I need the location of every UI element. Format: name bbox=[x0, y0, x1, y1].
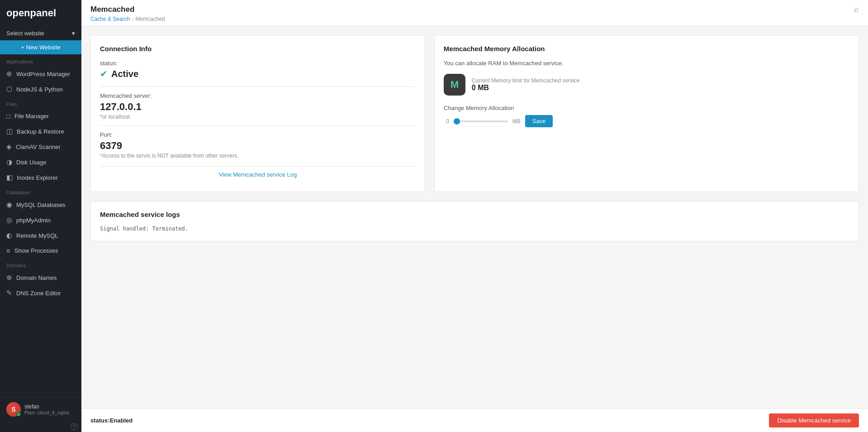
memory-service-row: M Current Memory limit for Memcached ser… bbox=[444, 74, 849, 96]
domain-names-label: Domain Names bbox=[16, 274, 57, 281]
user-plan: Plan: cloud_4_nginx bbox=[24, 410, 69, 415]
sidebar-item-domain-names[interactable]: ⊕ Domain Names bbox=[0, 270, 81, 285]
backup-restore-label: Backup & Restore bbox=[17, 128, 64, 135]
log-content: Signal handled: Terminated. bbox=[100, 226, 849, 232]
mysql-icon: ◉ bbox=[6, 201, 12, 209]
sidebar-item-inodes-explorer[interactable]: ◧ Inodes Explorer bbox=[0, 170, 81, 185]
select-website-label: Select website bbox=[6, 30, 44, 37]
memory-allocation-title: Memcached Memory Allocation bbox=[444, 45, 849, 53]
chevron-down-icon: ▾ bbox=[72, 30, 75, 37]
status-label: status: bbox=[100, 60, 416, 67]
sidebar-item-nodejs-python[interactable]: ⬡ NodeJS & Python bbox=[0, 82, 81, 97]
main-content: Memcached ⌕ Cache & Search › Memcached C… bbox=[81, 0, 868, 432]
current-limit-value: 0 MB bbox=[472, 84, 580, 92]
show-processes-label: Show Processes bbox=[14, 247, 58, 254]
sidebar-item-phpmyadmin[interactable]: ◎ phpMyAdmin bbox=[0, 212, 81, 228]
username: stefan bbox=[24, 403, 69, 410]
memory-allocation-panel: Memcached Memory Allocation You can allo… bbox=[434, 35, 859, 192]
sidebar-item-wordpress-manager[interactable]: ⊕ WordPress Manager bbox=[0, 66, 81, 82]
active-check-icon: ✔ bbox=[100, 68, 108, 79]
sidebar-item-clamav-scanner[interactable]: ◈ ClamAV Scanner bbox=[0, 139, 81, 154]
save-button[interactable]: Save bbox=[525, 115, 553, 127]
sidebar-user: S stefan Plan: cloud_4_nginx bbox=[0, 397, 81, 421]
server-label: Memcached server: bbox=[100, 92, 416, 99]
applications-section-label: Applications bbox=[0, 54, 81, 66]
wordpress-icon: ⊕ bbox=[6, 70, 12, 78]
databases-section-label: Databases bbox=[0, 185, 81, 197]
sidebar-item-disk-usage[interactable]: ◑ Disk Usage bbox=[0, 154, 81, 170]
divider-1 bbox=[100, 86, 416, 87]
sidebar-item-mysql-databases[interactable]: ◉ MySQL Databases bbox=[0, 197, 81, 212]
select-website-dropdown[interactable]: Select website ▾ bbox=[0, 26, 81, 40]
file-manager-icon: □ bbox=[6, 112, 10, 120]
dns-icon: ✎ bbox=[6, 289, 12, 297]
memory-slider[interactable] bbox=[454, 120, 508, 122]
domain-icon: ⊕ bbox=[6, 274, 12, 282]
footer: status:Enabled Disable Memcached service bbox=[81, 408, 868, 432]
disk-usage-label: Disk Usage bbox=[16, 159, 46, 166]
memcached-icon: M bbox=[444, 74, 465, 96]
backup-icon: ◫ bbox=[6, 127, 13, 135]
top-header: Memcached ⌕ Cache & Search › Memcached bbox=[81, 0, 868, 26]
sidebar-item-show-processes[interactable]: ≡ Show Processes bbox=[0, 243, 81, 258]
sidebar: openpanel Select website ▾ + New Website… bbox=[0, 0, 81, 432]
sidebar-item-file-manager[interactable]: □ File Manager bbox=[0, 109, 81, 124]
sidebar-item-backup-restore[interactable]: ◫ Backup & Restore bbox=[0, 124, 81, 139]
server-note: *or localhost bbox=[100, 114, 416, 120]
clamav-scanner-label: ClamAV Scanner bbox=[16, 144, 61, 150]
sidebar-item-remote-mysql[interactable]: ◐ Remote MySQL bbox=[0, 228, 81, 243]
page-title-row: Memcached ⌕ bbox=[90, 5, 859, 14]
phpmyadmin-label: phpMyAdmin bbox=[16, 217, 51, 224]
disk-icon: ◑ bbox=[6, 158, 12, 166]
connection-info-title: Connection Info bbox=[100, 45, 416, 53]
clamav-icon: ◈ bbox=[6, 143, 12, 151]
remote-mysql-label: Remote MySQL bbox=[16, 232, 58, 239]
content-area: Connection Info status: ✔ Active Memcach… bbox=[81, 26, 868, 408]
nodejs-python-label: NodeJS & Python bbox=[16, 86, 63, 93]
breadcrumb-separator: › bbox=[132, 16, 133, 22]
processes-icon: ≡ bbox=[6, 247, 10, 254]
footer-status: status:Enabled bbox=[90, 417, 133, 424]
mysql-databases-label: MySQL Databases bbox=[16, 202, 66, 208]
divider-2 bbox=[100, 125, 416, 126]
change-alloc-label: Change Memory Allocation bbox=[444, 105, 849, 111]
footer-status-prefix: status: bbox=[90, 417, 110, 424]
search-icon[interactable]: ⌕ bbox=[854, 5, 859, 14]
port-label: Port: bbox=[100, 131, 416, 138]
port-value: 6379 bbox=[100, 140, 416, 152]
status-row: ✔ Active bbox=[100, 68, 416, 79]
inodes-icon: ◧ bbox=[6, 173, 13, 182]
sidebar-logo: openpanel bbox=[0, 0, 81, 26]
slider-row: 0 MB Save bbox=[444, 115, 849, 127]
sidebar-item-dns-zone-editor[interactable]: ✎ DNS Zone Editor bbox=[0, 285, 81, 301]
disable-memcached-button[interactable]: Disable Memcached service bbox=[769, 413, 859, 427]
breadcrumb: Cache & Search › Memcached bbox=[90, 14, 859, 26]
avatar: S bbox=[6, 402, 21, 417]
wordpress-manager-label: WordPress Manager bbox=[16, 71, 70, 77]
remote-mysql-icon: ◐ bbox=[6, 231, 12, 240]
mb-label: MB bbox=[512, 118, 521, 125]
footer-status-value: Enabled bbox=[110, 417, 133, 424]
nodejs-icon: ⬡ bbox=[6, 85, 12, 93]
status-value: Active bbox=[111, 69, 138, 79]
file-manager-label: File Manager bbox=[14, 113, 49, 120]
dns-zone-editor-label: DNS Zone Editor bbox=[16, 290, 61, 297]
sidebar-help-row: ? bbox=[0, 421, 81, 432]
connection-info-panel: Connection Info status: ✔ Active Memcach… bbox=[90, 35, 425, 192]
server-value: 127.0.0.1 bbox=[100, 101, 416, 113]
current-limit-label: Current Memory limit for Memcached servi… bbox=[472, 77, 580, 84]
new-website-button[interactable]: + New Website bbox=[0, 40, 81, 54]
files-section-label: Files bbox=[0, 97, 81, 109]
domains-section-label: Domains bbox=[0, 258, 81, 270]
page-title: Memcached bbox=[90, 5, 134, 14]
top-panels-row: Connection Info status: ✔ Active Memcach… bbox=[90, 35, 859, 192]
port-note: *Access to the servis is NOT available f… bbox=[100, 153, 416, 159]
memory-description: You can allocate RAM to Memcached servic… bbox=[444, 60, 849, 67]
breadcrumb-current: Memcached bbox=[135, 16, 165, 22]
service-logs-title: Memcached service logs bbox=[100, 211, 849, 218]
help-icon[interactable]: ? bbox=[71, 423, 78, 430]
breadcrumb-parent[interactable]: Cache & Search bbox=[90, 16, 130, 22]
inodes-explorer-label: Inodes Explorer bbox=[17, 174, 58, 181]
service-logs-panel: Memcached service logs Signal handled: T… bbox=[90, 201, 859, 241]
view-log-link[interactable]: View Memcached service Log bbox=[100, 166, 416, 182]
